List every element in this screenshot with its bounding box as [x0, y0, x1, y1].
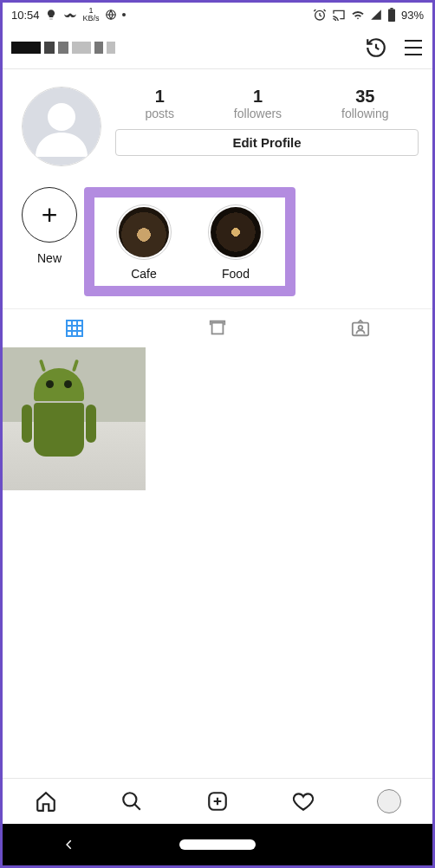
highlight-thumb [211, 207, 261, 257]
tab-grid[interactable] [3, 309, 146, 347]
battery-icon [387, 8, 396, 22]
signal-icon [370, 9, 382, 21]
svg-rect-6 [67, 321, 82, 336]
nav-home[interactable] [29, 784, 63, 819]
status-bar: 10:54 1 KB/s [3, 3, 432, 27]
nav-search[interactable] [114, 784, 149, 819]
svg-point-9 [359, 326, 363, 330]
highlighted-area: Cafe Food [84, 187, 295, 296]
nav-profile[interactable] [372, 784, 406, 819]
bulb-icon [45, 9, 57, 21]
posts-grid [3, 347, 432, 778]
highlight-thumb [119, 207, 169, 257]
tab-tagged[interactable] [289, 309, 432, 347]
app-bar [3, 27, 432, 69]
profile-header: 1 posts 1 followers 35 following Edit Pr… [3, 69, 432, 172]
nav-create[interactable] [200, 784, 235, 819]
stat-following[interactable]: 35 following [341, 87, 388, 120]
post-thumbnail[interactable] [3, 347, 146, 490]
status-time: 10:54 [11, 9, 40, 22]
tab-feed[interactable] [146, 309, 289, 347]
battery-percent: 93% [401, 9, 424, 22]
aperture-icon [105, 9, 117, 21]
svg-point-10 [123, 793, 136, 806]
svg-rect-7 [212, 323, 224, 334]
highlight-food[interactable]: Food [202, 204, 269, 281]
back-icon[interactable] [63, 839, 75, 851]
network-speed: 1 KB/s [83, 7, 100, 23]
wifi-icon [351, 9, 365, 21]
profile-avatar[interactable] [22, 87, 101, 166]
username-redacted[interactable] [11, 38, 115, 57]
android-nav-bar [3, 824, 432, 865]
mustache-icon [62, 10, 78, 19]
edit-profile-button[interactable]: Edit Profile [115, 129, 419, 156]
highlights-row: + New Cafe Food [3, 172, 432, 308]
nav-activity[interactable] [286, 784, 321, 819]
home-pill[interactable] [179, 839, 256, 850]
new-highlight-button[interactable]: + New [15, 187, 84, 265]
svg-point-5 [48, 103, 75, 131]
archive-history-icon[interactable] [365, 36, 387, 59]
plus-icon: + [22, 187, 77, 243]
profile-tabs [3, 308, 432, 347]
alarm-icon [313, 8, 327, 22]
stat-posts[interactable]: 1 posts [145, 87, 173, 120]
profile-stats: 1 posts 1 followers 35 following [115, 87, 419, 120]
cast-icon [332, 9, 346, 21]
highlight-cafe[interactable]: Cafe [110, 204, 178, 281]
bottom-nav [3, 778, 432, 824]
svg-rect-3 [390, 8, 393, 10]
svg-rect-2 [388, 10, 395, 22]
stat-followers[interactable]: 1 followers [234, 87, 282, 120]
dot-icon [122, 13, 126, 16]
profile-avatar-small [377, 789, 401, 813]
hamburger-menu-icon[interactable] [403, 39, 424, 56]
